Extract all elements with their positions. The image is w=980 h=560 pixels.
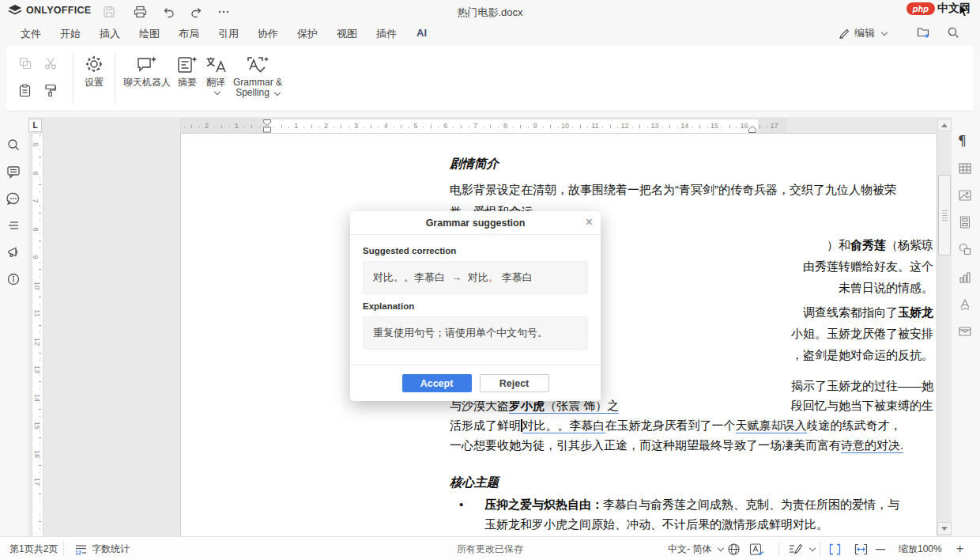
find-button[interactable] xyxy=(6,138,22,153)
about-button[interactable] xyxy=(6,272,22,288)
image-settings-button[interactable] xyxy=(958,188,974,204)
header-footer-icon xyxy=(958,215,972,229)
zoom-level-label[interactable]: 缩放100% xyxy=(899,537,942,560)
track-changes-icon xyxy=(788,543,803,556)
left-sidebar xyxy=(0,117,28,536)
document-title: 热门电影.docx xyxy=(0,6,980,20)
track-changes-toggle[interactable] xyxy=(788,537,815,560)
paragraph-mark-icon: ¶ xyxy=(958,133,967,149)
scroll-down-button[interactable] xyxy=(937,522,952,535)
set-document-language-button[interactable] xyxy=(727,537,741,560)
tab-draw[interactable]: 绘图 xyxy=(136,25,163,44)
doc-heading: 核心主题 xyxy=(450,475,933,492)
paste-icon xyxy=(19,84,31,97)
paragraph-settings-button[interactable]: ¶ xyxy=(958,133,974,149)
scrollbar-thumb[interactable] xyxy=(938,175,951,255)
navigation-headings-button[interactable] xyxy=(6,218,22,234)
corrected-punctuation: 。 xyxy=(488,271,499,283)
doc-bullet-line: • 压抑之爱与炽热自由：李慕白与俞秀莲之间成熟、克制、为责任所困的爱情，与 xyxy=(450,498,933,515)
settings-label: 设置 xyxy=(85,78,104,88)
chatbot-button[interactable]: 聊天机器人 xyxy=(121,55,173,88)
dialog-footer: Accept Reject xyxy=(350,365,601,401)
triangle-down-icon xyxy=(941,527,948,531)
tab-collaboration[interactable]: 协作 xyxy=(254,25,281,44)
doc-line: 电影背景设定在清朝，故事围绕着一把名为“青冥剑”的传奇兵器，交织了九位人物被荣 xyxy=(450,183,933,200)
search-button[interactable] xyxy=(947,26,959,39)
tab-protection[interactable]: 保护 xyxy=(294,25,321,44)
status-divider xyxy=(820,542,820,556)
right-indent-marker[interactable] xyxy=(748,126,756,133)
summary-label: 摘要 xyxy=(178,78,197,88)
paste-button[interactable] xyxy=(19,84,33,98)
left-margin-zone xyxy=(181,119,270,134)
mail-merge-button[interactable] xyxy=(958,324,974,340)
ribbon-divider xyxy=(115,52,115,103)
tab-view[interactable]: 视图 xyxy=(334,25,360,44)
tab-home[interactable]: 开始 xyxy=(57,25,84,44)
left-indent-marker[interactable] xyxy=(263,127,271,133)
info-icon xyxy=(6,272,21,286)
doc-line: 活形成了鲜明对比。。李慕白在玉娇龙身厌看到了一个天赋禀却误入歧途的练武奇才， xyxy=(450,418,933,436)
search-icon xyxy=(6,138,21,152)
language-selector[interactable]: 中文- 简体 xyxy=(668,537,723,560)
cut-button[interactable] xyxy=(44,57,58,71)
tab-file[interactable]: 文件 xyxy=(17,25,44,44)
vertical-ruler[interactable]: 567891011121314151617 xyxy=(32,133,43,538)
table-icon xyxy=(958,161,972,176)
zoom-out-button[interactable]: — xyxy=(876,537,885,560)
tab-references[interactable]: 引用 xyxy=(215,25,242,44)
close-icon[interactable]: × xyxy=(586,214,593,230)
chevron-down-icon xyxy=(881,29,888,36)
image-icon xyxy=(958,188,972,202)
chevron-down-icon xyxy=(718,545,724,551)
tab-insert[interactable]: 插入 xyxy=(96,25,123,44)
chat-button[interactable] xyxy=(6,191,22,207)
explanation-box: 重复使用句号；请使用单个中文句号。 xyxy=(363,316,588,350)
open-file-location-button[interactable] xyxy=(917,26,931,39)
spell-check-toggle[interactable] xyxy=(749,537,764,560)
tab-plugins[interactable]: 插件 xyxy=(373,25,400,44)
tab-layout[interactable]: 布局 xyxy=(175,25,202,44)
doc-heading: 剧情简介 xyxy=(450,156,933,173)
feedback-button[interactable] xyxy=(6,245,22,261)
summarize-button[interactable]: 摘要 xyxy=(174,55,201,88)
edit-mode-label: 编辑 xyxy=(854,26,875,40)
header-footer-settings-button[interactable] xyxy=(958,215,974,231)
brand-php-pill: php xyxy=(906,2,935,15)
reject-button[interactable]: Reject xyxy=(480,374,549,392)
translate-label: 翻译 xyxy=(206,78,225,88)
grammar-spelling-button[interactable]: Grammar & Spelling xyxy=(232,55,283,98)
zoom-in-button[interactable]: + xyxy=(956,537,963,560)
accept-button[interactable]: Accept xyxy=(402,374,472,392)
top-bar: ONLYOFFICE 热门电影.docx php 中文网 xyxy=(0,0,980,22)
fit-width-button[interactable] xyxy=(854,537,869,560)
summary-doc-sparkle-icon xyxy=(176,55,198,74)
chatbot-sparkle-icon xyxy=(135,55,159,74)
fit-page-button[interactable] xyxy=(828,537,842,560)
mail-merge-icon xyxy=(958,324,972,339)
dialog-header[interactable]: Grammar suggestion × xyxy=(350,211,601,235)
text-art-settings-button[interactable] xyxy=(958,297,974,313)
chart-settings-button[interactable] xyxy=(958,271,974,286)
edit-mode-dropdown[interactable]: 编辑 xyxy=(839,26,887,40)
translate-icon xyxy=(205,55,227,74)
text-art-icon xyxy=(958,297,972,312)
chevron-down-icon xyxy=(809,545,816,551)
first-line-indent-marker[interactable] xyxy=(263,119,271,126)
table-settings-button[interactable] xyxy=(958,161,974,177)
comments-button[interactable] xyxy=(6,165,22,180)
translate-button[interactable]: 翻译 xyxy=(202,55,230,94)
pencil-icon xyxy=(839,28,850,40)
fit-page-icon xyxy=(828,543,842,556)
scroll-up-button[interactable] xyxy=(937,119,952,131)
copy-button[interactable] xyxy=(19,57,33,71)
chat-bubble-icon xyxy=(6,191,21,206)
copy-icon xyxy=(19,57,32,70)
tab-stop-selector[interactable]: L xyxy=(28,119,42,132)
ai-settings-button[interactable]: 设置 xyxy=(79,54,109,88)
shape-settings-button[interactable] xyxy=(958,242,974,258)
megaphone-icon xyxy=(6,245,21,259)
ribbon-divider xyxy=(73,52,74,103)
doc-line: 与沙漠大盗罗小虎（张震 饰）之 段回忆与她当下被束缚的生 xyxy=(450,399,933,416)
copy-style-button[interactable] xyxy=(44,84,58,98)
